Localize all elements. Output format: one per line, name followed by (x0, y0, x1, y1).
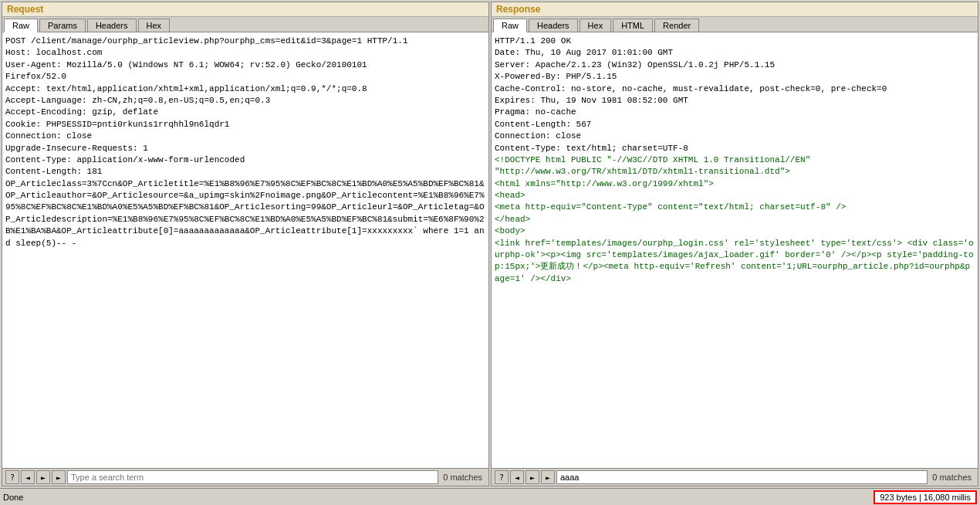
status-bar: Done 923 bytes | 16,080 millis (0, 488, 980, 505)
response-title: Response (492, 2, 978, 17)
request-content: POST /client/manage/ourphp_articleview.p… (2, 32, 488, 468)
request-panel: Request Raw Params Headers Hex POST /cli… (2, 2, 489, 486)
tab-request-params[interactable]: Params (39, 19, 86, 32)
request-search-input[interactable] (67, 470, 438, 484)
response-panel: Response Raw Headers Hex HTML Render HTT… (491, 2, 978, 486)
request-prev-button[interactable]: ◄ (21, 470, 35, 484)
request-next-up-button[interactable]: ► (36, 470, 50, 484)
tab-response-headers[interactable]: Headers (529, 19, 578, 32)
response-content: HTTP/1.1 200 OKDate: Thu, 10 Aug 2017 01… (492, 32, 978, 468)
response-search-bar: ? ◄ ► ► 0 matches (492, 468, 978, 486)
request-help-button[interactable]: ? (5, 470, 19, 484)
tab-request-hex[interactable]: Hex (138, 19, 171, 32)
status-left: Done (3, 493, 23, 502)
request-search-bar: ? ◄ ► ► 0 matches (2, 468, 488, 486)
tab-request-raw[interactable]: Raw (4, 19, 38, 32)
request-tabs: Raw Params Headers Hex (2, 17, 488, 32)
response-prev-button[interactable]: ◄ (510, 470, 524, 484)
response-tabs: Raw Headers Hex HTML Render (492, 17, 978, 32)
response-next-up-button[interactable]: ► (525, 470, 539, 484)
response-matches: 0 matches (929, 473, 975, 482)
status-right: 923 bytes | 16,080 millis (874, 490, 977, 504)
request-title: Request (2, 2, 488, 17)
response-search-input[interactable] (556, 470, 928, 484)
tab-response-raw[interactable]: Raw (493, 19, 527, 32)
request-matches: 0 matches (440, 473, 485, 482)
tab-response-hex[interactable]: Hex (580, 19, 612, 32)
tab-response-render[interactable]: Render (654, 19, 699, 32)
response-next-button[interactable]: ► (541, 470, 555, 484)
tab-response-html[interactable]: HTML (613, 19, 653, 32)
response-help-button[interactable]: ? (495, 470, 509, 484)
request-next-button[interactable]: ► (52, 470, 66, 484)
tab-request-headers[interactable]: Headers (87, 19, 137, 32)
